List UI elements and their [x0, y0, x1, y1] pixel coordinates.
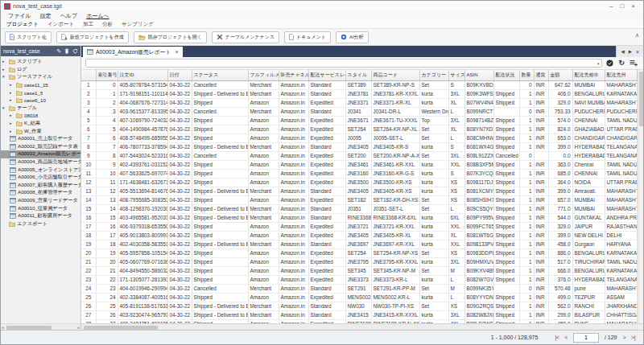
grid-cell[interactable]: GUNTAKAL: [572, 213, 605, 222]
grid-cell[interactable]: NW030: [345, 302, 371, 310]
grid-cell[interactable]: Shipped: [493, 257, 519, 266]
tree-a00010[interactable]: A00010_従業員データ: [1, 204, 80, 212]
grid-cell[interactable]: 04-30-22: [167, 116, 192, 125]
grid-cell[interactable]: JNE3373-KR-L: [371, 275, 419, 284]
grid-cell[interactable]: 23: [96, 284, 118, 293]
grid-cell[interactable]: RINE3368: [345, 213, 371, 222]
grid-cell[interactable]: Amazon.in: [279, 151, 308, 160]
grid-cell[interactable]: B09KXV4BNS: [464, 266, 493, 275]
grid-cell[interactable]: Shipped: [493, 98, 519, 107]
grid-cell[interactable]: Shipped: [493, 178, 519, 187]
grid-cell[interactable]: Shipped: [493, 195, 519, 204]
scriptify-button[interactable]: スクリプト化: [5, 31, 52, 43]
grid-cell[interactable]: Amazon.in: [279, 204, 308, 213]
grid-cell[interactable]: Shipped: [493, 293, 519, 302]
sidebar-scrollbar-thumb[interactable]: [6, 326, 52, 330]
grid-cell[interactable]: kurta: [419, 98, 448, 107]
grid-cell[interactable]: 406-7807733-3785945: [118, 142, 167, 151]
grid-cell[interactable]: Expedited: [308, 293, 345, 302]
grid-cell[interactable]: 1: [519, 169, 534, 178]
grid-cell[interactable]: 04-30-22: [167, 107, 192, 116]
grid-cell[interactable]: BENGALURU: [572, 248, 605, 257]
row-number-cell[interactable]: 15: [81, 204, 96, 213]
apply-check-icon[interactable]: [606, 60, 613, 67]
column-header-3[interactable]: 日付: [167, 70, 192, 80]
grid-cell[interactable]: CHHATTISGARH: [605, 310, 637, 319]
delete-trash-icon[interactable]: [64, 48, 69, 54]
grid-cell[interactable]: 0: [96, 80, 118, 89]
grid-cell[interactable]: 20: [96, 257, 118, 266]
grid-cell[interactable]: INR: [534, 89, 548, 98]
grid-cell[interactable]: HYDERABAD: [572, 275, 605, 284]
grid-cell[interactable]: CHANDIGARH: [605, 133, 637, 142]
grid-cell[interactable]: 1: [519, 195, 534, 204]
grid-cell[interactable]: XL: [448, 125, 464, 133]
grid-cell[interactable]: MAHARASHTRA: [605, 195, 637, 204]
grid-cell[interactable]: Expedited: [308, 160, 345, 169]
sidebar-horizontal-scrollbar[interactable]: ◂ ▸: [1, 323, 80, 330]
grid-cell[interactable]: NEW DELHI: [572, 231, 605, 240]
grid-cell[interactable]: JNE3160-KR-G-S: [371, 169, 419, 178]
grid-cell[interactable]: J0095: [345, 133, 371, 142]
grid-cell[interactable]: JNE3671-TU-XXXL: [371, 116, 419, 125]
grid-cell[interactable]: 19: [96, 248, 118, 257]
grid-cell[interactable]: Amazon.in: [279, 107, 308, 116]
row-number-cell[interactable]: 22: [81, 266, 96, 275]
grid-cell[interactable]: 1: [519, 187, 534, 195]
grid-cell[interactable]: 407-1069790-7240320: [118, 116, 167, 125]
grid-cell[interactable]: kurta: [419, 213, 448, 222]
tree-tables[interactable]: ▾テーブル: [1, 105, 80, 113]
grid-cell[interactable]: 407-5443024-5233168: [118, 151, 167, 160]
grid-cell[interactable]: 1: [519, 178, 534, 187]
column-header-14[interactable]: 数量: [519, 70, 534, 80]
grid-cell[interactable]: 1: [519, 293, 534, 302]
grid-cell[interactable]: JNE3781-KR-XXXL: [371, 89, 419, 98]
grid-cell[interactable]: 405-0607769-0716360: [118, 257, 167, 266]
grid-cell[interactable]: S: [448, 142, 464, 151]
grid-cell[interactable]: MAHARASHTRA: [605, 204, 637, 213]
grid-cell[interactable]: JNE3405-KR-XS: [371, 187, 419, 195]
grid-cell[interactable]: Standard: [308, 89, 345, 98]
grid-cell[interactable]: INR: [534, 116, 548, 125]
grid-cell[interactable]: 04-30-22: [167, 125, 192, 133]
grid-cell[interactable]: Shipped: [493, 310, 519, 319]
grid-cell[interactable]: SET264: [345, 125, 371, 133]
grid-cell[interactable]: 3XL: [448, 257, 464, 266]
row-number-cell[interactable]: 8: [81, 142, 96, 151]
grid-cell[interactable]: TAMIL NADU: [605, 257, 637, 266]
grid-cell[interactable]: Set: [419, 302, 448, 310]
grid-cell[interactable]: JNE3405: [345, 142, 371, 151]
grid-cell[interactable]: MAHARASHTRA: [605, 80, 637, 89]
grid-cell[interactable]: 299.0: [548, 310, 572, 319]
grid-cell[interactable]: 04-30-22: [167, 169, 192, 178]
grid-cell[interactable]: TAMIL NADU: [605, 116, 637, 125]
grid-cell[interactable]: Merchant: [248, 213, 279, 222]
grid-cell[interactable]: 16: [96, 222, 118, 231]
column-header-4[interactable]: ステータス: [192, 70, 248, 80]
grid-cell[interactable]: 12: [96, 187, 118, 195]
grid-cell[interactable]: 04-30-22: [167, 275, 192, 284]
grid-cell[interactable]: Merchant: [248, 302, 279, 310]
row-number-cell[interactable]: 14: [81, 195, 96, 204]
grid-cell[interactable]: 1: [519, 222, 534, 231]
grid-cell[interactable]: Merchant: [248, 187, 279, 195]
grid-cell[interactable]: 1: [519, 133, 534, 142]
prev-page-button[interactable]: <: [564, 335, 568, 340]
row-number-cell[interactable]: 21: [81, 257, 96, 266]
grid-cell[interactable]: 1: [519, 275, 534, 284]
grid-cell[interactable]: 403-9615377-8133951: [118, 107, 167, 116]
grid-cell[interactable]: 405-8078784-5731545: [118, 80, 167, 89]
grid-cell[interactable]: Amazon.in: [279, 142, 308, 151]
grid-cell[interactable]: Merchant: [248, 89, 279, 98]
grid-cell[interactable]: B081WT6GG7: [464, 231, 493, 240]
last-page-button[interactable]: >|: [631, 335, 635, 340]
grid-cell[interactable]: B08B3XF5MH: [464, 160, 493, 169]
chevron-collapsed-icon[interactable]: ▸: [10, 129, 14, 133]
grid-cell[interactable]: Set: [419, 284, 448, 293]
grid-cell[interactable]: kurta: [419, 293, 448, 302]
grid-cell[interactable]: Shipped: [192, 160, 248, 169]
grid-cell[interactable]: 562.0: [548, 302, 572, 310]
grid-cell[interactable]: Merchant: [248, 107, 279, 116]
grid-cell[interactable]: INR: [534, 133, 548, 142]
grid-cell[interactable]: Expedited: [308, 195, 345, 204]
